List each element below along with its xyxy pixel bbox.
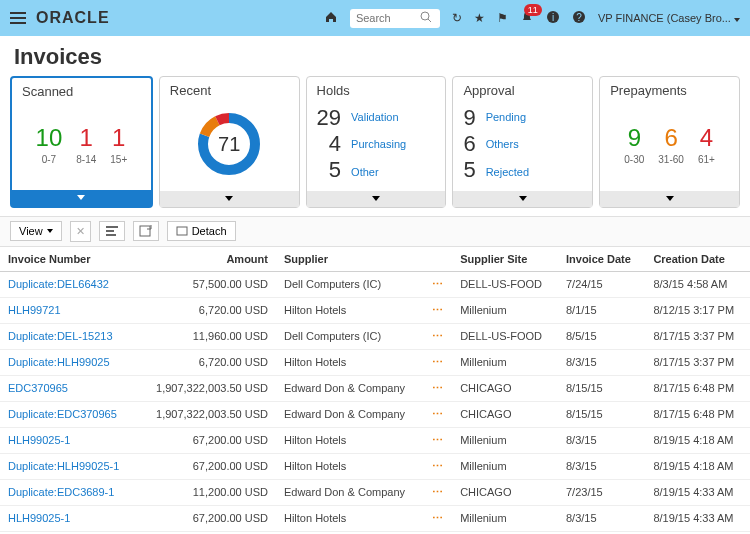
row-actions-icon[interactable]: ⋯ xyxy=(432,356,444,368)
cell-supplier: Hilton Hotels xyxy=(276,453,424,479)
table-row[interactable]: Duplicate:EDC3689-111,200.00 USDEdward D… xyxy=(0,479,750,505)
cell-amount: 57,500.00 USD xyxy=(138,271,276,297)
cell-supplier: Dell Computers (IC) xyxy=(276,323,424,349)
delete-button[interactable]: ✕ xyxy=(70,221,91,242)
chevron-down-icon xyxy=(47,229,53,233)
table-row[interactable]: Duplicate:DEL6643257,500.00 USDDell Comp… xyxy=(0,271,750,297)
metric-label[interactable]: Purchasing xyxy=(351,138,406,150)
metric-label[interactable]: Validation xyxy=(351,111,406,123)
view-menu[interactable]: View xyxy=(10,221,62,241)
metric-label[interactable]: Other xyxy=(351,166,406,178)
row-actions-icon[interactable]: ⋯ xyxy=(432,512,444,524)
row-actions-icon[interactable]: ⋯ xyxy=(432,486,444,498)
invoice-link[interactable]: Duplicate:EDC3689-1 xyxy=(0,479,138,505)
card-title: Recent xyxy=(160,77,299,102)
cell-amount: 11,960.00 USD xyxy=(138,323,276,349)
cell-creation-date: 8/19/15 4:18 AM xyxy=(645,427,750,453)
search-input[interactable] xyxy=(356,12,416,24)
cell-invoice-date: 8/3/15 xyxy=(558,349,645,375)
column-header[interactable]: Supplier Site xyxy=(452,247,558,272)
invoice-link[interactable]: Duplicate:DEL66432 xyxy=(0,271,138,297)
table-row[interactable]: HLH99025-167,200.00 USDHilton Hotels⋯Mil… xyxy=(0,505,750,531)
table-row[interactable]: Duplicate:HLH99025-167,200.00 USDHilton … xyxy=(0,453,750,479)
invoices-table: Invoice NumberAmountSupplierSupplier Sit… xyxy=(0,247,750,532)
invoice-link[interactable]: HLH99025-1 xyxy=(0,505,138,531)
table-row[interactable]: HLH99025-167,200.00 USDHilton Hotels⋯Mil… xyxy=(0,427,750,453)
table-toolbar: View ✕ Detach xyxy=(0,216,750,247)
cell-amount: 67,200.00 USD xyxy=(138,427,276,453)
column-header[interactable]: Invoice Date xyxy=(558,247,645,272)
star-icon[interactable]: ★ xyxy=(474,11,485,25)
invoice-link[interactable]: Duplicate:HLH99025 xyxy=(0,349,138,375)
cell-invoice-date: 8/1/15 xyxy=(558,297,645,323)
metric-label[interactable]: Others xyxy=(486,138,529,150)
cell-creation-date: 8/17/15 3:37 PM xyxy=(645,349,750,375)
detach-button[interactable]: Detach xyxy=(167,221,236,241)
column-header[interactable]: Invoice Number xyxy=(0,247,138,272)
row-actions-icon[interactable]: ⋯ xyxy=(432,278,444,290)
column-header[interactable] xyxy=(424,247,452,272)
cell-invoice-date: 8/15/15 xyxy=(558,375,645,401)
cell-site: CHICAGO xyxy=(452,479,558,505)
card-scanned[interactable]: Scanned 100-718-14115+ xyxy=(10,76,153,208)
table-row[interactable]: HLH997216,720.00 USDHilton Hotels⋯Millen… xyxy=(0,297,750,323)
info-icon[interactable]: i xyxy=(546,10,560,27)
cell-invoice-date: 8/5/15 xyxy=(558,323,645,349)
user-menu[interactable]: VP FINANCE (Casey Bro... xyxy=(598,12,740,24)
brand-logo: ORACLE xyxy=(36,9,110,27)
svg-rect-13 xyxy=(106,230,114,232)
export-button[interactable] xyxy=(133,221,159,241)
search-box[interactable] xyxy=(350,9,440,28)
menu-icon[interactable] xyxy=(10,11,26,25)
chevron-down-icon xyxy=(734,18,740,22)
invoice-link[interactable]: Duplicate:HLH99025-1 xyxy=(0,453,138,479)
topbar: ORACLE ↻ ★ ⚑ 11 i ? VP FINANCE (Casey Br… xyxy=(0,0,750,36)
cell-supplier: Edward Don & Company xyxy=(276,401,424,427)
invoice-link[interactable]: HLH99721 xyxy=(0,297,138,323)
cell-supplier: Hilton Hotels xyxy=(276,427,424,453)
row-actions-icon[interactable]: ⋯ xyxy=(432,408,444,420)
card-expand[interactable] xyxy=(453,191,592,207)
row-actions-icon[interactable]: ⋯ xyxy=(432,460,444,472)
format-button[interactable] xyxy=(99,221,125,241)
table-row[interactable]: Duplicate:EDC3709651,907,322,003.50 USDE… xyxy=(0,401,750,427)
row-actions-icon[interactable]: ⋯ xyxy=(432,434,444,446)
card-holds[interactable]: Holds 2945ValidationPurchasingOther xyxy=(306,76,447,208)
bell-icon[interactable]: 11 xyxy=(520,10,534,27)
svg-rect-15 xyxy=(140,226,150,236)
metric-label[interactable]: Rejected xyxy=(486,166,529,178)
cell-amount: 67,200.00 USD xyxy=(138,505,276,531)
svg-line-4 xyxy=(428,19,431,22)
table-row[interactable]: EDC3709651,907,322,003.50 USDEdward Don … xyxy=(0,375,750,401)
cell-supplier: Edward Don & Company xyxy=(276,375,424,401)
card-approval[interactable]: Approval 965PendingOthersRejected xyxy=(452,76,593,208)
card-recent[interactable]: Recent 71 xyxy=(159,76,300,208)
table-row[interactable]: Duplicate:DEL-1521311,960.00 USDDell Com… xyxy=(0,323,750,349)
column-header[interactable]: Supplier xyxy=(276,247,424,272)
flag-icon[interactable]: ⚑ xyxy=(497,11,508,25)
column-header[interactable]: Creation Date xyxy=(645,247,750,272)
invoice-link[interactable]: Duplicate:EDC370965 xyxy=(0,401,138,427)
cell-amount: 6,720.00 USD xyxy=(138,297,276,323)
row-actions-icon[interactable]: ⋯ xyxy=(432,330,444,342)
card-expand[interactable] xyxy=(307,191,446,207)
refresh-icon[interactable]: ↻ xyxy=(452,11,462,25)
invoice-link[interactable]: EDC370965 xyxy=(0,375,138,401)
card-prepayments[interactable]: Prepayments 90-30631-60461+ xyxy=(599,76,740,208)
help-icon[interactable]: ? xyxy=(572,10,586,27)
metric-label[interactable]: Pending xyxy=(486,111,529,123)
home-icon[interactable] xyxy=(324,10,338,27)
cell-site: CHICAGO xyxy=(452,401,558,427)
row-actions-icon[interactable]: ⋯ xyxy=(432,382,444,394)
metric-value: 6 xyxy=(463,132,475,156)
metric-value: 6 xyxy=(658,124,684,152)
row-actions-icon[interactable]: ⋯ xyxy=(432,304,444,316)
invoice-link[interactable]: HLH99025-1 xyxy=(0,427,138,453)
search-icon[interactable] xyxy=(420,11,432,26)
card-expand[interactable] xyxy=(600,191,739,207)
column-header[interactable]: Amount xyxy=(138,247,276,272)
card-expand[interactable] xyxy=(160,191,299,207)
table-row[interactable]: Duplicate:HLH990256,720.00 USDHilton Hot… xyxy=(0,349,750,375)
invoice-link[interactable]: Duplicate:DEL-15213 xyxy=(0,323,138,349)
card-expand[interactable] xyxy=(12,190,151,206)
